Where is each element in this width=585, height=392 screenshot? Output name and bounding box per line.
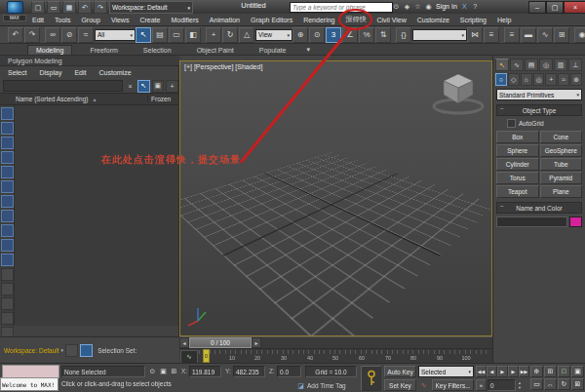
filter-icon[interactable]: [1, 312, 14, 325]
maximize-button[interactable]: ▢: [546, 1, 564, 14]
viewport-label[interactable]: [+] [Perspective] [Shaded]: [184, 63, 262, 70]
scene-explorer-list[interactable]: [0, 105, 178, 326]
category-space-warps[interactable]: ≈: [558, 73, 569, 86]
geosphere-button[interactable]: GeoSphere: [540, 144, 583, 157]
zoom-all-button[interactable]: ⊞: [544, 366, 557, 377]
menu-rendering[interactable]: Rendering: [303, 17, 334, 23]
curve-editor-button[interactable]: ∿: [537, 27, 553, 43]
category-shapes[interactable]: ◇: [508, 73, 520, 86]
filter-icon[interactable]: [1, 195, 14, 208]
select-move-button[interactable]: +: [206, 27, 221, 43]
y-coordinate-field[interactable]: 482.235: [233, 366, 265, 377]
tab-hierarchy[interactable]: ▤: [525, 59, 538, 71]
menu-edit[interactable]: Edit: [32, 17, 44, 23]
next-frame-button[interactable]: ▸: [252, 337, 261, 348]
menu-animation[interactable]: Animation: [210, 17, 240, 23]
minimize-button[interactable]: –: [528, 1, 546, 14]
z-coordinate-field[interactable]: 0.0: [277, 366, 301, 377]
isolate-selection-icon[interactable]: [65, 344, 78, 357]
menu-render-plugin[interactable]: 渲得快: [345, 15, 366, 24]
frame-spinner[interactable]: ▲▼: [517, 379, 523, 391]
column-frozen-header[interactable]: Frozen: [147, 96, 178, 102]
menu-help[interactable]: Help: [497, 17, 511, 23]
menu-views[interactable]: Views: [111, 17, 130, 23]
filter-icon[interactable]: [1, 210, 14, 222]
add-time-tag[interactable]: Add Time Tag: [307, 382, 346, 389]
mirror-button[interactable]: ⋈: [467, 27, 483, 43]
current-frame-field[interactable]: 0: [488, 379, 516, 391]
category-geometry[interactable]: ○: [495, 73, 507, 86]
zoom-button[interactable]: ⊕: [530, 366, 543, 377]
exchange-apps-icon[interactable]: X: [459, 1, 470, 12]
application-button[interactable]: MAX: [3, 1, 26, 24]
filter-icon[interactable]: [1, 180, 14, 193]
tab-motion[interactable]: ◎: [539, 59, 553, 71]
window-crossing-button[interactable]: ◧: [185, 27, 201, 43]
filter-icon[interactable]: [1, 283, 14, 295]
se-menu-customize[interactable]: Customize: [98, 69, 131, 76]
set-key-button[interactable]: Set Key: [384, 379, 416, 391]
select-rotate-button[interactable]: ↻: [222, 27, 238, 43]
menu-graph-editors[interactable]: Graph Editors: [251, 17, 292, 23]
named-selection-sets-dropdown[interactable]: ▾: [412, 29, 467, 41]
select-scale-button[interactable]: △: [239, 27, 254, 43]
reference-coordsys-dropdown[interactable]: View ▾: [255, 29, 292, 41]
menu-create[interactable]: Create: [139, 17, 160, 23]
se-menu-select[interactable]: Select: [8, 69, 26, 76]
mini-curve-editor-icon[interactable]: ∿: [180, 350, 198, 364]
orbit-button[interactable]: ↻: [558, 378, 570, 390]
filter-icon[interactable]: [1, 166, 14, 178]
pan-button[interactable]: ⇔: [544, 378, 557, 390]
communication-center-icon[interactable]: ◈: [402, 1, 412, 12]
menu-modifiers[interactable]: Modifiers: [171, 17, 198, 23]
workspace-dropdown[interactable]: Workspace: Default ▾: [109, 1, 193, 14]
se-menu-display[interactable]: Display: [39, 69, 61, 76]
previous-frame-button[interactable]: ◀: [487, 366, 497, 377]
filter-icon[interactable]: [1, 224, 14, 237]
go-to-end-button[interactable]: ▶▶: [519, 366, 529, 377]
tab-create[interactable]: ↖: [495, 59, 509, 71]
key-mode-toggle[interactable]: »: [476, 379, 487, 391]
ribbon-tab-populate[interactable]: Populate: [252, 46, 294, 55]
zoom-extents-all-button[interactable]: ▣: [571, 366, 584, 377]
sign-in-link[interactable]: Sign In: [436, 3, 457, 10]
save-file-icon[interactable]: ▦: [62, 1, 76, 14]
cone-button[interactable]: Cone: [540, 131, 583, 143]
time-slider-handle[interactable]: 0 / 100: [189, 337, 252, 348]
menu-scripting[interactable]: Scripting: [460, 17, 487, 23]
filter-icon[interactable]: [1, 297, 14, 310]
object-type-rollout[interactable]: − Object Type: [496, 104, 582, 116]
select-object-button[interactable]: ↖: [136, 27, 151, 43]
explorer-lock-icon[interactable]: ▣: [152, 80, 165, 93]
filter-icon[interactable]: [1, 268, 14, 281]
favorites-star-icon[interactable]: ☆: [412, 1, 423, 12]
redo-button[interactable]: ↷: [24, 27, 40, 43]
default-in-out-tangent-icon[interactable]: ∿: [418, 379, 429, 390]
search-icon[interactable]: ⊙: [391, 1, 402, 12]
teapot-button[interactable]: Teapot: [496, 185, 539, 198]
align-button[interactable]: ≡: [484, 27, 499, 43]
menu-customize[interactable]: Customize: [417, 17, 449, 23]
keyword-search-input[interactable]: [290, 2, 393, 13]
menu-tools[interactable]: Tools: [55, 17, 70, 23]
torus-button[interactable]: Torus: [496, 172, 539, 184]
field-of-view-button[interactable]: ▭: [530, 378, 543, 390]
tube-button[interactable]: Tube: [540, 158, 583, 171]
undo-icon[interactable]: ↶: [78, 1, 92, 14]
filter-icon[interactable]: [1, 239, 14, 252]
perspective-viewport[interactable]: [+] [Perspective] [Shaded]: [179, 60, 492, 336]
track-bar[interactable]: ∿ 0 10 20 30 40 50 60 70 80 90 100: [179, 348, 492, 363]
filter-icon[interactable]: [1, 151, 14, 164]
material-editor-button[interactable]: ◉: [574, 27, 585, 43]
selection-filter-dropdown[interactable]: All ▾: [95, 29, 136, 41]
menu-civil-view[interactable]: Civil View: [376, 17, 406, 23]
key-filters-button[interactable]: Key Filters...: [432, 379, 474, 391]
se-menu-edit[interactable]: Edit: [74, 69, 86, 76]
maxscript-mini-listener-output[interactable]: Welcome to MAX!: [0, 377, 58, 391]
pyramid-button[interactable]: Pyramid: [540, 172, 583, 184]
ribbon-panel-polygon-modeling[interactable]: Polygon Modeling: [0, 56, 179, 66]
ribbon-tab-modeling[interactable]: Modeling: [27, 45, 72, 55]
bind-spacewarp-icon[interactable]: ≈: [78, 27, 94, 43]
clear-search-icon[interactable]: ×: [125, 81, 136, 92]
category-cameras[interactable]: ◎: [533, 73, 545, 86]
